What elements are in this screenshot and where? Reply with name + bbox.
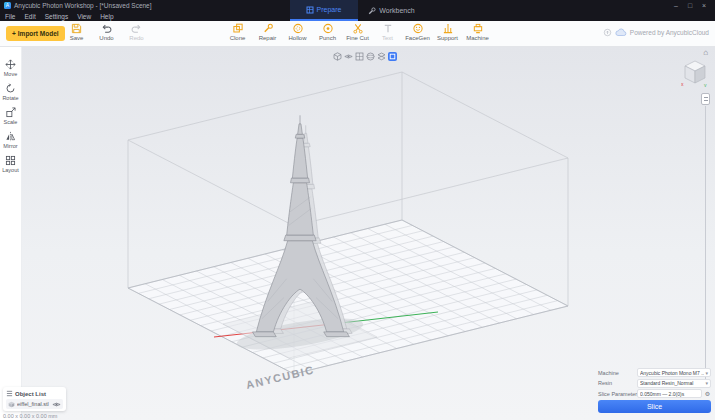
undo-button[interactable]: Undo (96, 23, 117, 41)
model-dimensions-status: 0.00 x 0.00 x 0.00 mm (3, 413, 57, 419)
hollow-label: Hollow (288, 35, 306, 41)
text-button[interactable]: Text (375, 23, 400, 41)
gear-icon[interactable]: ⚙ (704, 390, 711, 397)
cloud-label: Powered by AnycubicCloud (630, 29, 709, 36)
resin-row-label: Resin (598, 380, 635, 386)
slice-button[interactable]: Slice (598, 400, 711, 413)
view-grid-mode-icon[interactable] (355, 52, 364, 61)
redo-button[interactable]: Redo (126, 23, 147, 41)
menu-edit[interactable]: Edit (24, 13, 35, 20)
view-eye-mode-icon[interactable] (344, 52, 353, 61)
menu-view[interactable]: View (77, 13, 91, 20)
list-icon (6, 390, 13, 397)
slice-parameter-row: Slice Parameter 0.050mm — 2.0(0)s ⚙ (598, 389, 711, 398)
zoom-slider-handle[interactable] (701, 93, 710, 105)
toolbar: + Import Model Save Undo (0, 21, 715, 47)
clone-label: Clone (230, 35, 246, 41)
menu-file[interactable]: File (5, 13, 15, 20)
layout-icon (5, 155, 16, 166)
tab-workbench[interactable]: Workbench (358, 0, 426, 21)
hollow-icon (292, 23, 303, 34)
resin-select[interactable]: Standard Resin_Normal ▾ (637, 379, 711, 388)
viewport-3d[interactable]: ANYCUBIC (22, 47, 715, 420)
object-list-panel: Object List eiffel_final.stl (3, 387, 66, 411)
menu-help[interactable]: Help (100, 13, 113, 20)
punch-icon (322, 23, 333, 34)
undo-icon (101, 23, 112, 34)
minimize-button[interactable]: – (669, 0, 683, 11)
visibility-eye-icon[interactable] (52, 401, 61, 408)
scale-tool[interactable]: Scale (0, 107, 22, 125)
zoom-slider[interactable] (701, 93, 710, 382)
move-tool[interactable]: Move (0, 59, 22, 77)
slice-parameter-label: Slice Parameter (598, 391, 635, 397)
tab-prepare-label: Prepare (317, 6, 342, 13)
move-icon (5, 59, 16, 70)
undo-label: Undo (99, 35, 113, 41)
axis-y-label: y (704, 82, 707, 88)
machine-icon (472, 23, 483, 34)
object-list-item[interactable]: eiffel_final.stl (6, 399, 63, 409)
sync-icon (603, 28, 612, 37)
machine-row: Machine Anycubic Photon Mono M7 ... ▾ (598, 368, 711, 377)
redo-icon (131, 23, 142, 34)
save-button[interactable]: Save (66, 23, 87, 41)
machine-row-label: Machine (598, 370, 635, 376)
facegen-label: FaceGen (405, 35, 430, 41)
orientation-cube[interactable]: x y (681, 59, 709, 87)
app-logo-icon: A (4, 2, 11, 9)
plus-icon: + (12, 30, 16, 37)
layout-tool[interactable]: Layout (0, 155, 22, 173)
rotate-tool[interactable]: Rotate (0, 83, 22, 101)
main-area: Move Rotate Scale (0, 47, 715, 420)
home-view-icon[interactable]: ⌂ (703, 48, 708, 58)
mirror-label: Mirror (3, 143, 17, 149)
view-sphere-mode-icon[interactable] (366, 52, 375, 61)
scene-canvas: ANYCUBIC (22, 47, 715, 420)
punch-button[interactable]: Punch (315, 23, 340, 41)
redo-label: Redo (129, 35, 143, 41)
prepare-icon (306, 6, 314, 14)
repair-label: Repair (259, 35, 277, 41)
object-list-header[interactable]: Object List (6, 389, 63, 398)
mode-tabs: Prepare Workbench (290, 0, 426, 21)
mirror-icon (5, 131, 16, 142)
rotate-label: Rotate (2, 95, 18, 101)
view-layers-mode-icon[interactable] (377, 52, 386, 61)
build-plate (128, 220, 568, 374)
workbench-icon (368, 7, 376, 15)
mirror-tool[interactable]: Mirror (0, 131, 22, 149)
slice-parameter-select[interactable]: 0.050mm — 2.0(0)s (637, 389, 702, 398)
view-shaded-mode-icon[interactable] (388, 52, 397, 61)
tab-prepare[interactable]: Prepare (290, 0, 358, 21)
tab-workbench-label: Workbench (379, 7, 414, 14)
scale-icon (5, 107, 16, 118)
cloud-status[interactable]: Powered by AnycubicCloud (603, 28, 709, 37)
save-icon (71, 23, 82, 34)
clone-button[interactable]: Clone (225, 23, 250, 41)
repair-button[interactable]: Repair (255, 23, 280, 41)
machine-button[interactable]: Machine (465, 23, 490, 41)
model-tools: Clone Repair Hollow (225, 23, 490, 41)
chevron-down-icon: ▾ (705, 370, 708, 376)
import-model-button[interactable]: + Import Model (6, 26, 65, 41)
maximize-button[interactable]: □ (683, 0, 697, 11)
view-cube-mode-icon[interactable] (333, 52, 342, 61)
hollow-button[interactable]: Hollow (285, 23, 310, 41)
chevron-down-icon: ▾ (705, 380, 708, 386)
resin-row: Resin Standard Resin_Normal ▾ (598, 379, 711, 388)
rotate-icon (5, 83, 16, 94)
fine-cut-button[interactable]: Fine Cut (345, 23, 370, 41)
menu-settings[interactable]: Settings (45, 13, 69, 20)
facegen-button[interactable]: FaceGen (405, 23, 430, 41)
scale-label: Scale (4, 119, 18, 125)
support-button[interactable]: Support (435, 23, 460, 41)
window-controls: – □ × (669, 0, 711, 11)
machine-select[interactable]: Anycubic Photon Mono M7 ... ▾ (637, 368, 711, 377)
zoom-slider-track[interactable] (705, 106, 706, 382)
repair-icon (262, 23, 273, 34)
save-label: Save (70, 35, 84, 41)
import-model-label: Import Model (18, 30, 59, 37)
text-label: Text (382, 35, 393, 41)
close-button[interactable]: × (697, 0, 711, 11)
